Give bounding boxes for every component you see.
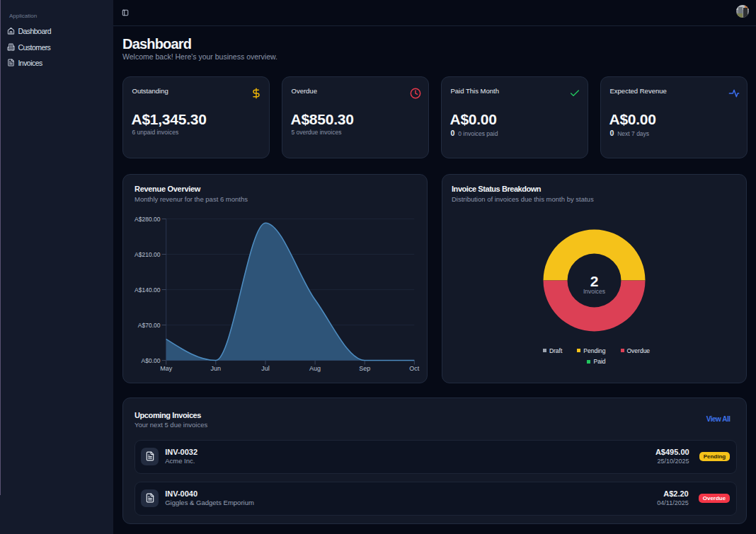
svg-text:Sep: Sep	[359, 365, 370, 372]
svg-text:A$140.00: A$140.00	[134, 286, 161, 294]
svg-text:May: May	[160, 365, 173, 372]
svg-text:A$210.00: A$210.00	[134, 251, 161, 258]
svg-text:A$70.00: A$70.00	[138, 322, 161, 329]
svg-text:Aug: Aug	[309, 365, 321, 372]
svg-text:Invoices: Invoices	[583, 288, 605, 295]
svg-text:Jul: Jul	[261, 365, 270, 372]
svg-text:A$280.00: A$280.00	[134, 216, 161, 223]
svg-text:Oct: Oct	[409, 365, 420, 372]
svg-text:A$0.00: A$0.00	[142, 357, 161, 364]
svg-text:2: 2	[590, 273, 599, 289]
svg-text:Jun: Jun	[211, 365, 222, 372]
